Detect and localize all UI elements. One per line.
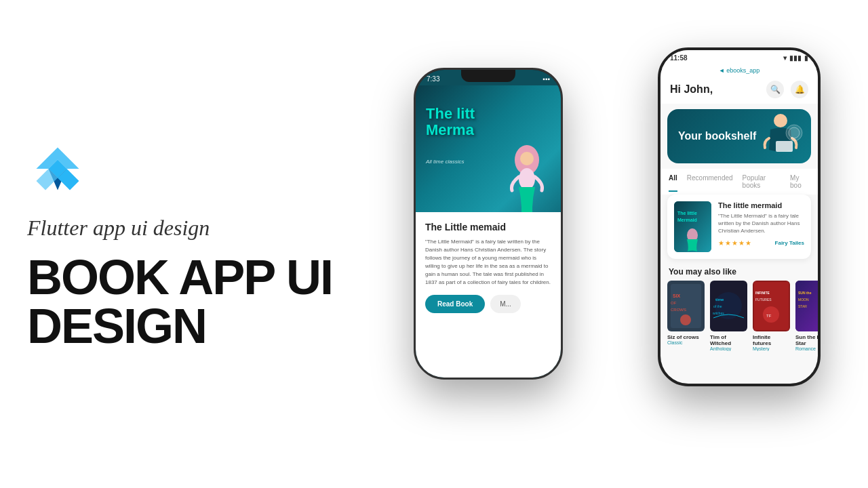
- book-cover-2: time of the witches: [710, 281, 747, 331]
- book-card-desc: "The Little Mermaid" is a fairy tale wri…: [718, 212, 804, 235]
- svg-text:INFINITE: INFINITE: [755, 291, 770, 295]
- book-item-title-4: Sun the Moon Star: [795, 334, 818, 346]
- title-line2: DESIGN: [27, 299, 206, 353]
- phone-front: 11:58 ▾ ▮▮▮ ▮ ◄ ebooks_app Hi John, 🔍 🔔: [658, 47, 821, 386]
- phone-front-screen: 11:58 ▾ ▮▮▮ ▮ ◄ ebooks_app Hi John, 🔍 🔔: [660, 50, 818, 384]
- book-card-meta: ★★★★★ Fairy Tailes: [718, 239, 804, 247]
- header-icons: 🔍 🔔: [766, 81, 808, 98]
- search-button[interactable]: 🔍: [766, 81, 784, 98]
- svg-text:The little: The little: [677, 211, 697, 216]
- phone-back-time: 7:33: [427, 75, 439, 83]
- svg-text:of the: of the: [713, 304, 722, 308]
- svg-point-7: [520, 152, 534, 165]
- svg-text:TF: TF: [766, 314, 772, 318]
- phone-back-screen: 7:33 ▪▪▪ The littMerma All time classics: [416, 70, 561, 378]
- signal-icon: ▮▮▮: [789, 54, 802, 62]
- list-item[interactable]: SUN the MOON STAR Sun the Moon Star Roma…: [795, 281, 818, 351]
- bookshelf-figure: [757, 113, 804, 163]
- book-item-genre-1: Classic: [667, 340, 705, 345]
- subtitle-text: Flutter app ui design: [27, 216, 353, 241]
- notification-button[interactable]: 🔔: [791, 81, 808, 98]
- featured-book-card: The little Mermaid The little mermaid "T…: [667, 195, 811, 259]
- book-hero-subtitle: All time classics: [426, 159, 464, 165]
- more-button[interactable]: M...: [490, 295, 521, 313]
- book-cover-3: INFINITE FUTURES TF: [753, 281, 790, 331]
- battery-icon: ▮: [804, 54, 808, 62]
- svg-text:SUN the: SUN the: [798, 291, 812, 295]
- svg-text:STAR: STAR: [798, 304, 807, 308]
- flutter-logo: [27, 138, 353, 209]
- app-bar-label: ◄ ebooks_app: [660, 66, 818, 75]
- svg-text:CROWS: CROWS: [671, 308, 686, 312]
- also-like-books: SIX OF CROWS Siz of crows Classic: [660, 281, 818, 351]
- tab-recommended[interactable]: Recommended: [687, 174, 733, 192]
- svg-point-6: [519, 168, 535, 190]
- book-detail-buttons: Read Book M...: [425, 295, 551, 313]
- tabs-row: All Recommended Popular books My boo: [660, 169, 818, 195]
- book-detail-title: The Little memaid: [425, 222, 551, 232]
- phone-back-status-icons: ▪▪▪: [542, 75, 550, 83]
- svg-rect-9: [776, 141, 793, 152]
- phone-front-time: 11:58: [670, 54, 688, 62]
- tab-my-books[interactable]: My boo: [790, 174, 810, 192]
- svg-text:FUTURES: FUTURES: [755, 298, 772, 302]
- svg-point-8: [774, 114, 787, 127]
- tab-popular[interactable]: Popular books: [743, 174, 781, 192]
- main-title: BOOK APP UI DESIGN: [27, 253, 353, 350]
- phone-back: 7:33 ▪▪▪ The littMerma All time classics: [414, 68, 563, 380]
- svg-point-22: [680, 314, 691, 325]
- status-icons: ▾ ▮▮▮ ▮: [783, 54, 808, 62]
- list-item[interactable]: SIX OF CROWS Siz of crows Classic: [667, 281, 705, 351]
- left-section: Flutter app ui design BOOK APP UI DESIGN: [27, 138, 353, 350]
- phones-section: 7:33 ▪▪▪ The littMerma All time classics: [380, 14, 841, 474]
- svg-text:time: time: [715, 298, 724, 302]
- svg-point-11: [789, 127, 800, 138]
- book-cover-1: SIX OF CROWS: [667, 281, 705, 331]
- svg-text:SIX: SIX: [673, 293, 681, 298]
- book-item-title-2: Tim of Witched: [710, 334, 747, 346]
- featured-book-cover: The little Mermaid: [674, 201, 711, 252]
- book-item-genre-4: Romance: [795, 346, 818, 351]
- svg-rect-29: [754, 282, 789, 330]
- tab-all[interactable]: All: [669, 174, 677, 192]
- bookshelf-text: Your bookshelf: [678, 129, 756, 142]
- svg-text:witches: witches: [713, 311, 724, 315]
- list-item[interactable]: INFINITE FUTURES TF Infinite futures Mys…: [753, 281, 790, 351]
- book-item-genre-2: Anthology: [710, 346, 747, 351]
- book-card-title: The little mermaid: [718, 201, 804, 209]
- book-item-title-3: Infinite futures: [753, 334, 790, 346]
- list-item[interactable]: time of the witches Tim of Witched Antho…: [710, 281, 747, 351]
- also-like-title: You may also like: [660, 264, 818, 281]
- phone-back-notch: [461, 70, 515, 82]
- wifi-icon: ▾: [783, 54, 787, 62]
- bookshelf-banner[interactable]: Your bookshelf: [667, 109, 811, 163]
- read-book-button[interactable]: Read Book: [425, 295, 485, 313]
- home-header: Hi John, 🔍 🔔: [660, 75, 818, 104]
- svg-text:MOON: MOON: [798, 298, 809, 302]
- book-stars: ★★★★★: [718, 239, 752, 247]
- book-item-title-1: Siz of crows: [667, 334, 705, 340]
- book-cover-4: SUN the MOON STAR: [795, 281, 818, 331]
- book-item-genre-3: Mystery: [753, 346, 790, 351]
- book-genre: Fairy Tailes: [775, 240, 804, 246]
- book-detail-content: The Little memaid "The Little Mermaid" i…: [416, 212, 561, 378]
- phone-front-status-bar: 11:58 ▾ ▮▮▮ ▮: [660, 50, 818, 66]
- book-info: The little mermaid "The Little Mermaid" …: [718, 201, 804, 252]
- book-detail-desc: "The Little Mermaid" is a fairy tale wri…: [425, 238, 551, 287]
- svg-text:OF: OF: [671, 301, 677, 305]
- svg-text:Mermaid: Mermaid: [677, 218, 697, 222]
- home-greeting: Hi John,: [670, 83, 713, 96]
- book-hero-title: The littMerma: [426, 106, 475, 138]
- title-line1: BOOK APP UI: [27, 250, 332, 304]
